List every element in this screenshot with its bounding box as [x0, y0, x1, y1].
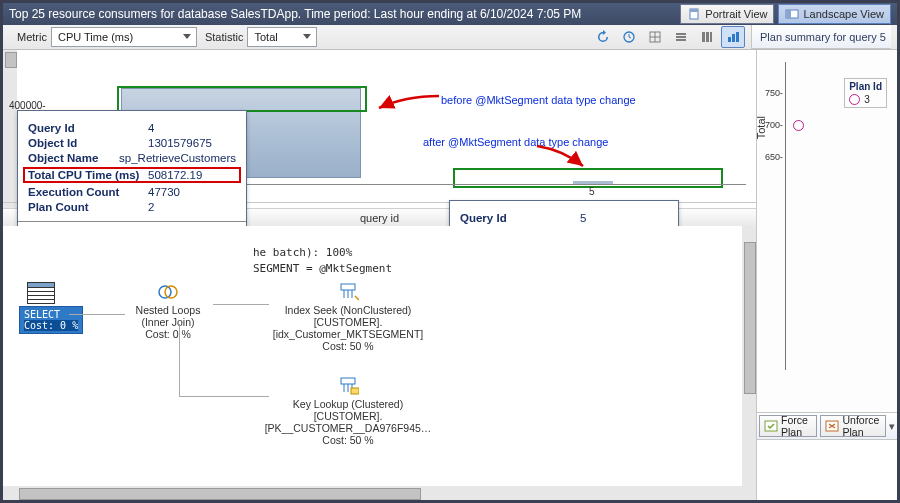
- plan-node-nested-loops[interactable]: Nested Loops (Inner Join) Cost: 0 %: [113, 282, 223, 340]
- plan-batch-text: he batch): 100%: [253, 246, 352, 259]
- force-plan-button[interactable]: Force Plan: [759, 415, 817, 437]
- svg-rect-19: [341, 284, 355, 290]
- summary-legend: Plan Id 3: [844, 78, 887, 108]
- svg-rect-10: [676, 39, 686, 41]
- annotation-before: before @MktSegment data type change: [441, 94, 636, 106]
- svg-rect-13: [710, 32, 712, 42]
- unforce-plan-icon: [825, 420, 839, 432]
- plan-summary-chart: Total 750- 700- 650- Plan Id 3: [763, 56, 891, 406]
- svg-rect-15: [732, 34, 735, 42]
- window-title: Top 25 resource consumers for database S…: [9, 7, 581, 21]
- svg-rect-14: [728, 37, 731, 42]
- chevron-down-icon[interactable]: ▾: [889, 420, 895, 433]
- bar-chart-icon[interactable]: [721, 26, 745, 48]
- metric-dropdown[interactable]: CPU Time (ms): [51, 27, 197, 47]
- portrait-icon: [687, 8, 701, 20]
- metric-label: Metric: [17, 31, 47, 43]
- key-lookup-icon: [337, 376, 359, 396]
- plan-node-select[interactable]: SELECT Cost: 0 %: [19, 306, 83, 334]
- statistic-dropdown[interactable]: Total: [247, 27, 317, 47]
- svg-rect-11: [702, 32, 705, 42]
- list-icon[interactable]: [669, 26, 693, 48]
- plan-node-key-lookup[interactable]: Key Lookup (Clustered) [CUSTOMER].[PK__C…: [243, 376, 453, 446]
- plan-where-text: SEGMENT = @MktSegment: [253, 262, 392, 275]
- svg-rect-21: [351, 388, 359, 394]
- plan-canvas-strip: [757, 439, 897, 500]
- landscape-view-button[interactable]: Landscape View: [778, 4, 891, 24]
- plan-summary-header: Plan summary for query 5: [751, 25, 891, 49]
- title-bar: Top 25 resource consumers for database S…: [3, 3, 897, 25]
- plan-node-index-seek[interactable]: Index Seek (NonClustered) [CUSTOMER].[id…: [243, 282, 453, 352]
- toolbar: Metric CPU Time (ms) Statistic Total Pla…: [3, 25, 897, 50]
- svg-rect-8: [676, 33, 686, 35]
- plan-select-cost: Cost: 0 %: [24, 320, 78, 331]
- plan-summary-panel: Total 750- 700- 650- Plan Id 3 Force Pla…: [756, 50, 897, 500]
- portrait-view-label: Portrait View: [705, 8, 767, 20]
- force-plan-icon: [764, 420, 778, 432]
- svg-rect-12: [706, 32, 709, 42]
- landscape-icon: [785, 8, 799, 20]
- svg-rect-16: [736, 32, 739, 42]
- arrow-before-icon: [375, 92, 441, 114]
- v-scrollbar-plan[interactable]: [742, 226, 756, 486]
- highlight-box-before: [117, 86, 367, 112]
- metric-value: CPU Time (ms): [58, 31, 133, 43]
- svg-rect-20: [341, 378, 355, 384]
- execution-plan-area: he batch): 100% SEGMENT = @MktSegment SE…: [3, 226, 756, 500]
- grid-small-icon[interactable]: [643, 26, 667, 48]
- svg-rect-1: [690, 9, 698, 12]
- highlight-box-after: [453, 168, 723, 188]
- refresh-icon[interactable]: [591, 26, 615, 48]
- index-seek-icon: [337, 282, 359, 302]
- svg-rect-3: [786, 10, 791, 18]
- landscape-view-label: Landscape View: [803, 8, 884, 20]
- svg-rect-9: [676, 36, 686, 38]
- h-scrollbar-plan[interactable]: [3, 486, 756, 500]
- x-tick-5: 5: [589, 186, 595, 197]
- statistic-label: Statistic: [205, 31, 244, 43]
- nested-loops-icon: [157, 282, 179, 302]
- unforce-plan-button[interactable]: Unforce Plan: [820, 415, 886, 437]
- table-icon: [27, 282, 55, 304]
- columns-icon[interactable]: [695, 26, 719, 48]
- time-icon[interactable]: [617, 26, 641, 48]
- statistic-value: Total: [254, 31, 277, 43]
- summary-data-point[interactable]: [793, 120, 804, 131]
- portrait-view-button[interactable]: Portrait View: [680, 4, 774, 24]
- arrow-after-icon: [533, 144, 589, 170]
